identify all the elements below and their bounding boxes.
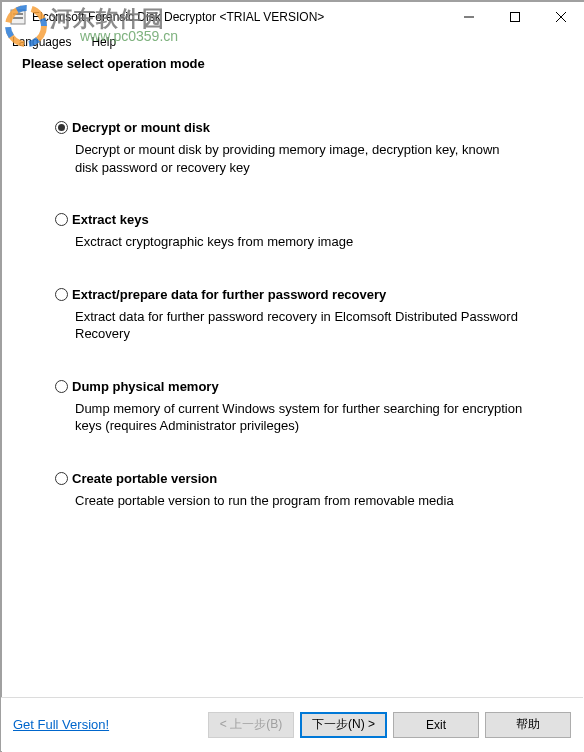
page-title: Please select operation mode — [2, 52, 584, 77]
svg-rect-2 — [13, 17, 23, 19]
option-portable[interactable]: Create portable version Create portable … — [55, 471, 547, 510]
option-extract-prepare[interactable]: Extract/prepare data for further passwor… — [55, 287, 547, 343]
maximize-icon — [510, 12, 520, 22]
radio-icon[interactable] — [55, 380, 68, 393]
close-button[interactable] — [538, 2, 584, 31]
option-desc: Extract data for further password recove… — [75, 308, 525, 343]
menubar: Languages Help — [2, 32, 584, 52]
menu-help[interactable]: Help — [87, 34, 120, 50]
menu-languages[interactable]: Languages — [8, 34, 75, 50]
option-label: Decrypt or mount disk — [72, 120, 210, 135]
back-button: < 上一步(B) — [208, 712, 294, 738]
minimize-icon — [464, 12, 474, 22]
next-button[interactable]: 下一步(N) > — [300, 712, 387, 738]
close-icon — [556, 12, 566, 22]
options-panel: Decrypt or mount disk Decrypt or mount d… — [1, 80, 583, 696]
radio-icon[interactable] — [55, 213, 68, 226]
titlebar: Elcomsoft Forensic Disk Decryptor <TRIAL… — [2, 2, 584, 32]
svg-rect-4 — [511, 12, 520, 21]
option-desc: Exctract cryptographic keys from memory … — [75, 233, 525, 251]
app-icon — [10, 9, 26, 25]
maximize-button[interactable] — [492, 2, 538, 31]
option-label: Extract keys — [72, 212, 149, 227]
radio-icon[interactable] — [55, 472, 68, 485]
radio-icon[interactable] — [55, 288, 68, 301]
option-label: Create portable version — [72, 471, 217, 486]
get-full-version-link[interactable]: Get Full Version! — [13, 717, 109, 732]
svg-rect-1 — [13, 13, 23, 15]
option-desc: Decrypt or mount disk by providing memor… — [75, 141, 525, 176]
help-button[interactable]: 帮助 — [485, 712, 571, 738]
radio-icon[interactable] — [55, 121, 68, 134]
footer: Get Full Version! < 上一步(B) 下一步(N) > Exit… — [1, 697, 583, 751]
option-decrypt-mount[interactable]: Decrypt or mount disk Decrypt or mount d… — [55, 120, 547, 176]
option-extract-keys[interactable]: Extract keys Exctract cryptographic keys… — [55, 212, 547, 251]
option-label: Dump physical memory — [72, 379, 219, 394]
minimize-button[interactable] — [446, 2, 492, 31]
option-desc: Dump memory of current Windows system fo… — [75, 400, 525, 435]
window-buttons — [446, 2, 584, 31]
option-dump-memory[interactable]: Dump physical memory Dump memory of curr… — [55, 379, 547, 435]
exit-button[interactable]: Exit — [393, 712, 479, 738]
option-label: Extract/prepare data for further passwor… — [72, 287, 386, 302]
window-title: Elcomsoft Forensic Disk Decryptor <TRIAL… — [32, 10, 446, 24]
option-desc: Create portable version to run the progr… — [75, 492, 525, 510]
